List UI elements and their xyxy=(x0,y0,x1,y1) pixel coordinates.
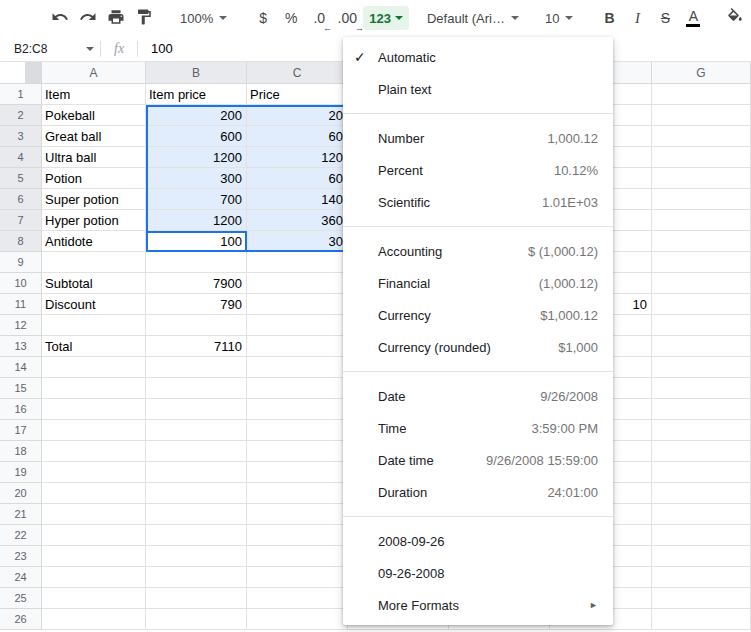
cell-A20[interactable] xyxy=(42,483,146,504)
menu-item-automatic[interactable]: ✓Automatic xyxy=(343,41,613,73)
row-header-14[interactable]: 14 xyxy=(0,357,42,378)
column-header-A[interactable]: A xyxy=(42,62,146,84)
cell-G24[interactable] xyxy=(652,567,751,588)
cell-A26[interactable] xyxy=(42,609,146,630)
menu-item-date[interactable]: Date9/26/2008 xyxy=(343,380,613,412)
row-header-2[interactable]: 2 xyxy=(0,105,42,126)
cell-G21[interactable] xyxy=(652,504,751,525)
menu-item-2008-09-26[interactable]: 2008-09-26 xyxy=(343,525,613,557)
cell-B2[interactable]: 200 xyxy=(146,105,247,126)
cell-G13[interactable] xyxy=(652,336,751,357)
row-header-3[interactable]: 3 xyxy=(0,126,42,147)
menu-item-number[interactable]: Number1,000.12 xyxy=(343,122,613,154)
row-header-10[interactable]: 10 xyxy=(0,273,42,294)
cell-A10[interactable]: Subtotal xyxy=(42,273,146,294)
cell-B10[interactable]: 7900 xyxy=(146,273,247,294)
cell-C2[interactable]: 20 xyxy=(247,105,348,126)
column-header-G[interactable]: G xyxy=(652,62,751,84)
cell-A23[interactable] xyxy=(42,546,146,567)
cell-C25[interactable] xyxy=(247,588,348,609)
cell-B16[interactable] xyxy=(146,399,247,420)
row-header-9[interactable]: 9 xyxy=(0,252,42,273)
menu-item-more-formats[interactable]: More Formats► xyxy=(343,589,613,621)
cell-C20[interactable] xyxy=(247,483,348,504)
menu-item-09-26-2008[interactable]: 09-26-2008 xyxy=(343,557,613,589)
cell-A24[interactable] xyxy=(42,567,146,588)
cell-A13[interactable]: Total xyxy=(42,336,146,357)
row-header-20[interactable]: 20 xyxy=(0,483,42,504)
cell-G16[interactable] xyxy=(652,399,751,420)
cell-B7[interactable]: 1200 xyxy=(146,210,247,231)
cell-C21[interactable] xyxy=(247,504,348,525)
cell-B21[interactable] xyxy=(146,504,247,525)
cell-G26[interactable] xyxy=(652,609,751,630)
cell-G4[interactable] xyxy=(652,147,751,168)
cell-A15[interactable] xyxy=(42,378,146,399)
row-header-5[interactable]: 5 xyxy=(0,168,42,189)
cell-A12[interactable] xyxy=(42,315,146,336)
row-header-19[interactable]: 19 xyxy=(0,462,42,483)
row-header-7[interactable]: 7 xyxy=(0,210,42,231)
cell-C23[interactable] xyxy=(247,546,348,567)
row-header-15[interactable]: 15 xyxy=(0,378,42,399)
cell-G2[interactable] xyxy=(652,105,751,126)
cell-B6[interactable]: 700 xyxy=(146,189,247,210)
cell-C16[interactable] xyxy=(247,399,348,420)
cell-C8[interactable]: 30 xyxy=(247,231,348,252)
name-box[interactable]: B2:C8 xyxy=(0,42,100,56)
cell-C17[interactable] xyxy=(247,420,348,441)
cell-C12[interactable] xyxy=(247,315,348,336)
cell-G8[interactable] xyxy=(652,231,751,252)
cell-C9[interactable] xyxy=(247,252,348,273)
select-all-corner[interactable] xyxy=(0,62,42,84)
text-color-button[interactable]: A xyxy=(679,4,707,32)
menu-item-scientific[interactable]: Scientific1.01E+03 xyxy=(343,186,613,218)
cell-C14[interactable] xyxy=(247,357,348,378)
row-header-25[interactable]: 25 xyxy=(0,588,42,609)
cell-B13[interactable]: 7110 xyxy=(146,336,247,357)
cell-G7[interactable] xyxy=(652,210,751,231)
row-header-18[interactable]: 18 xyxy=(0,441,42,462)
format-currency-button[interactable]: $ xyxy=(249,4,277,32)
cell-B8[interactable]: 100 xyxy=(146,231,247,252)
cell-G3[interactable] xyxy=(652,126,751,147)
cell-A18[interactable] xyxy=(42,441,146,462)
cell-G22[interactable] xyxy=(652,525,751,546)
decrease-decimal-button[interactable]: .0← xyxy=(305,4,333,32)
cell-B12[interactable] xyxy=(146,315,247,336)
number-format-button[interactable]: 123 xyxy=(363,6,409,30)
row-header-24[interactable]: 24 xyxy=(0,567,42,588)
column-header-C[interactable]: C xyxy=(247,62,348,84)
increase-decimal-button[interactable]: .00→ xyxy=(333,4,361,32)
column-header-B[interactable]: B xyxy=(146,62,247,84)
cell-B18[interactable] xyxy=(146,441,247,462)
cell-A9[interactable] xyxy=(42,252,146,273)
cell-G10[interactable] xyxy=(652,273,751,294)
row-header-8[interactable]: 8 xyxy=(0,231,42,252)
menu-item-currency-rounded[interactable]: Currency (rounded)$1,000 xyxy=(343,331,613,363)
cell-B4[interactable]: 1200 xyxy=(146,147,247,168)
paint-format-button[interactable] xyxy=(130,4,158,32)
cell-B25[interactable] xyxy=(146,588,247,609)
cell-A7[interactable]: Hyper potion xyxy=(42,210,146,231)
row-header-22[interactable]: 22 xyxy=(0,525,42,546)
cell-C15[interactable] xyxy=(247,378,348,399)
row-header-11[interactable]: 11 xyxy=(0,294,42,315)
cell-A1[interactable]: Item xyxy=(42,84,146,105)
cell-A22[interactable] xyxy=(42,525,146,546)
menu-item-duration[interactable]: Duration24:01:00 xyxy=(343,476,613,508)
cell-A19[interactable] xyxy=(42,462,146,483)
cell-C10[interactable] xyxy=(247,273,348,294)
cell-B9[interactable] xyxy=(146,252,247,273)
cell-C3[interactable]: 60 xyxy=(247,126,348,147)
cell-G6[interactable] xyxy=(652,189,751,210)
row-header-4[interactable]: 4 xyxy=(0,147,42,168)
cell-G19[interactable] xyxy=(652,462,751,483)
cell-G25[interactable] xyxy=(652,588,751,609)
menu-item-percent[interactable]: Percent10.12% xyxy=(343,154,613,186)
cell-A25[interactable] xyxy=(42,588,146,609)
cell-C24[interactable] xyxy=(247,567,348,588)
cell-C13[interactable] xyxy=(247,336,348,357)
cell-B24[interactable] xyxy=(146,567,247,588)
cell-C6[interactable]: 140 xyxy=(247,189,348,210)
